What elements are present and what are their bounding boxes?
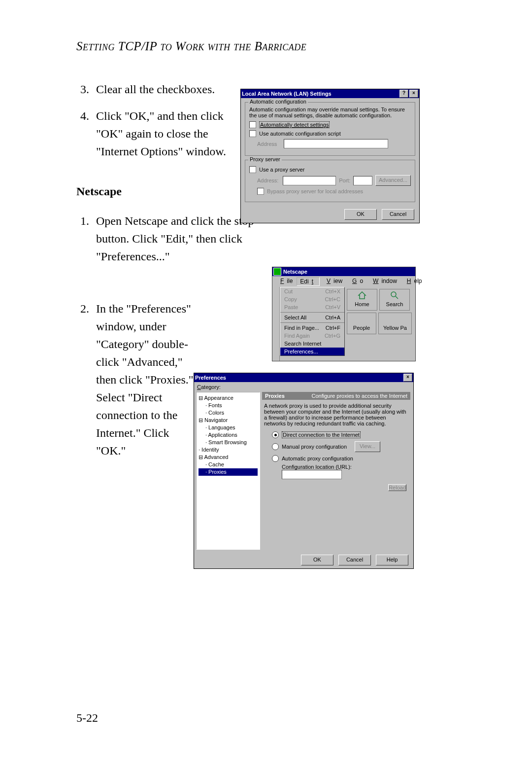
menu-item[interactable]: CopyCtrl+C: [280, 295, 344, 303]
step-num: 3.: [76, 80, 89, 98]
menu-item[interactable]: Search Internet: [280, 340, 344, 348]
svg-point-1: [391, 292, 396, 297]
radio-manual[interactable]: Manual proxy configuration View...: [272, 441, 410, 452]
menu-item[interactable]: Find in Page...Ctrl+F: [280, 324, 344, 332]
tree-node[interactable]: · Colors: [199, 409, 258, 417]
dialog-title: Preferences: [195, 375, 226, 381]
radio-icon: [272, 455, 279, 462]
svg-line-2: [396, 296, 398, 299]
url-label: Configuration location (URL):: [282, 464, 352, 470]
lan-settings-dialog: Local Area Network (LAN) Settings ? × Au…: [240, 89, 420, 223]
tree-node[interactable]: · Proxies: [199, 468, 258, 476]
step-num: 1.: [76, 212, 89, 265]
field-label: Address:: [257, 177, 280, 183]
group-proxy: Proxy server Use a proxy server Address:…: [245, 160, 415, 202]
menu-item[interactable]: PasteCtrl+V: [280, 303, 344, 311]
tree-node[interactable]: · Languages: [199, 424, 258, 431]
people-button[interactable]: People: [347, 313, 376, 334]
checkbox-use-proxy[interactable]: Use a proxy server: [249, 166, 411, 173]
tree-node[interactable]: ⊟ Navigator: [199, 417, 258, 424]
page-number: 5-22: [76, 711, 98, 725]
svg-marker-0: [359, 292, 366, 299]
url-input[interactable]: [282, 470, 342, 479]
checkbox-label: Use automatic configuration script: [259, 131, 341, 137]
checkbox-label: Bypass proxy server for local addresses: [267, 188, 363, 194]
app-icon: [273, 268, 281, 276]
tree-node[interactable]: · Smart Browsing: [199, 439, 258, 446]
radio-label: Direct connection to the Internet: [282, 431, 361, 438]
netscape-window: Netscape File Edit View Go Window Help C…: [272, 267, 416, 361]
radio-auto[interactable]: Automatic proxy configuration: [272, 455, 410, 462]
cancel-button[interactable]: Cancel: [338, 555, 371, 565]
menu-help[interactable]: Help: [401, 277, 425, 286]
proxy-address-input[interactable]: [283, 176, 336, 185]
search-button[interactable]: Search: [379, 289, 410, 311]
menu-item[interactable]: Find AgainCtrl+G: [280, 332, 344, 340]
radio-label: Manual proxy configuration: [282, 444, 347, 450]
tree-node[interactable]: · Identity: [199, 446, 258, 454]
group-desc: Automatic configuration may override man…: [249, 106, 411, 118]
panel-title: Proxies: [265, 393, 285, 399]
checkbox-label: Automatically detect settings: [260, 122, 329, 128]
tree-node[interactable]: ⊟ Advanced: [199, 454, 258, 461]
checkbox-icon: [249, 166, 256, 173]
field-label: Port:: [339, 177, 350, 183]
menu-edit[interactable]: Edit: [297, 277, 320, 286]
dialog-titlebar[interactable]: Preferences ×: [194, 373, 413, 382]
step-text: Click "OK," and then click "OK" again to…: [96, 107, 239, 160]
address-input[interactable]: [284, 139, 388, 148]
radio-icon: [272, 443, 279, 450]
menu-file[interactable]: File: [274, 277, 296, 286]
step-text: In the "Preferences" window, under "Cate…: [96, 300, 200, 459]
home-button[interactable]: Home: [347, 289, 377, 311]
tree-node[interactable]: · Applications: [199, 431, 258, 439]
yellowpages-button[interactable]: Yellow Pa: [378, 313, 412, 334]
category-label: Category:: [194, 382, 413, 390]
tree-node[interactable]: · Fonts: [199, 402, 258, 409]
step-num: 4.: [76, 107, 89, 160]
menu-item[interactable]: Preferences...: [280, 348, 344, 355]
help-button[interactable]: Help: [376, 555, 408, 565]
view-button[interactable]: View...: [355, 441, 380, 452]
edit-dropdown: CutCtrl+XCopyCtrl+CPasteCtrl+VSelect All…: [280, 287, 345, 356]
ok-button[interactable]: OK: [344, 209, 377, 220]
tree-node[interactable]: ⊟ Appearance: [199, 394, 258, 402]
step-text: Clear all the checkboxes.: [96, 80, 215, 98]
checkbox-auto-script[interactable]: Use automatic configuration script: [249, 130, 411, 137]
menu-go[interactable]: Go: [346, 277, 366, 286]
search-icon: [390, 291, 399, 300]
help-icon[interactable]: ?: [399, 90, 408, 98]
menu-window[interactable]: Window: [367, 277, 400, 286]
menu-item[interactable]: Select AllCtrl+A: [280, 314, 344, 321]
home-icon: [358, 291, 366, 300]
radio-label: Automatic proxy configuration: [282, 456, 353, 461]
dialog-titlebar[interactable]: Local Area Network (LAN) Settings ? ×: [241, 89, 419, 98]
menu-view[interactable]: View: [321, 277, 345, 286]
cancel-button[interactable]: Cancel: [382, 209, 414, 220]
menu-bar[interactable]: File Edit View Go Window Help: [272, 276, 415, 287]
panel-desc: A network proxy is used to provide addit…: [262, 400, 410, 428]
ok-button[interactable]: OK: [301, 555, 333, 565]
advanced-button[interactable]: Advanced...: [375, 175, 411, 186]
group-auto-config: Automatic configuration Automatic config…: [245, 102, 415, 156]
preferences-dialog: Preferences × Category: ⊟ Appearance· Fo…: [194, 373, 414, 569]
radio-direct[interactable]: Direct connection to the Internet: [272, 431, 410, 438]
checkbox-icon: [257, 188, 264, 195]
page-title: Setting TCP/IP to Work with the Barricad…: [76, 39, 478, 53]
checkbox-auto-detect[interactable]: Automatically detect settings: [249, 121, 411, 128]
checkbox-icon: [249, 121, 256, 128]
reload-button[interactable]: Reload: [388, 484, 406, 491]
field-label: Address: [257, 141, 281, 147]
radio-icon: [272, 431, 279, 438]
window-titlebar[interactable]: Netscape: [272, 267, 415, 276]
proxy-port-input[interactable]: [353, 176, 372, 185]
dialog-title: Local Area Network (LAN) Settings: [242, 91, 332, 97]
close-icon[interactable]: ×: [403, 374, 412, 382]
menu-item[interactable]: CutCtrl+X: [280, 287, 344, 295]
category-tree[interactable]: ⊟ Appearance· Fonts· Colors⊟ Navigator· …: [196, 392, 260, 550]
tree-node[interactable]: · Cache: [199, 461, 258, 468]
step-num: 2.: [76, 300, 89, 459]
checkbox-icon: [249, 130, 256, 137]
close-icon[interactable]: ×: [409, 90, 418, 98]
group-label: Automatic configuration: [248, 99, 308, 105]
